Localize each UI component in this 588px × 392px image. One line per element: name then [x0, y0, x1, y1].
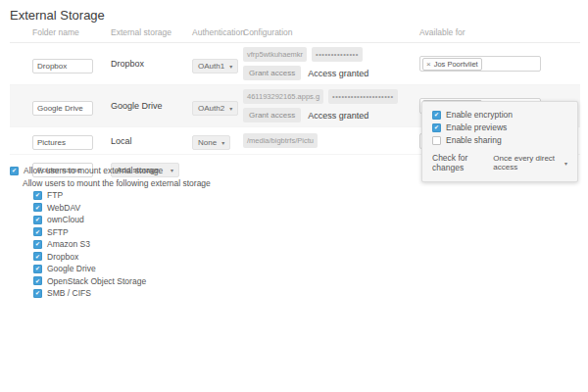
auth-cell: OAuth1: [192, 55, 243, 74]
status-cell: [10, 55, 32, 73]
backend-row-openstack: OpenStack Object Storage: [33, 276, 211, 286]
check-frequency-select[interactable]: Once every direct access: [493, 154, 567, 172]
check-for-changes-label: Check for changes: [432, 153, 486, 172]
status-cell: [10, 97, 32, 115]
header-authentication: Authentication: [192, 27, 243, 37]
backend-ftp-checkbox[interactable]: [33, 191, 42, 200]
allow-mount-label: Allow users to mount external storage: [24, 166, 163, 175]
chevron-down-icon: [221, 138, 224, 147]
enable-encryption-checkbox[interactable]: [432, 111, 441, 120]
enable-sharing-label: Enable sharing: [446, 135, 502, 145]
popover-option: Enable sharing: [432, 135, 567, 145]
external-storage-settings-page: External Storage Folder name External st…: [0, 0, 588, 392]
folder-cell: [32, 131, 111, 150]
backend-row-google-drive: Google Drive: [33, 264, 211, 273]
header-available-for: Available for: [419, 27, 545, 37]
backend-owncloud-checkbox[interactable]: [33, 216, 42, 224]
allow-mount-checkbox[interactable]: [10, 167, 19, 175]
storage-settings-popover: Enable encryption Enable previews Enable…: [421, 101, 578, 182]
client-secret-field[interactable]: ••••••••••••••••••••: [328, 89, 398, 104]
backend-sftp-checkbox[interactable]: [33, 227, 42, 236]
backend-dropbox-checkbox[interactable]: [33, 252, 42, 261]
backend-openstack-checkbox[interactable]: [33, 276, 42, 285]
enable-previews-label: Enable previews: [446, 122, 507, 132]
backend-label: SFTP: [47, 227, 69, 237]
chevron-down-icon: [564, 159, 567, 168]
available-for-cell: Jos Poortvliet: [419, 56, 545, 72]
client-id-field[interactable]: 461193292165.apps.g: [243, 89, 323, 104]
storage-row-dropbox: Dropbox OAuth1 vfrp5wtkuhaemkr •••••••••…: [10, 43, 580, 85]
chevron-down-icon: [229, 62, 232, 71]
auth-cell: None: [192, 131, 243, 150]
backend-google-drive-checkbox[interactable]: [33, 265, 42, 273]
backend-row-owncloud: ownCloud: [33, 215, 211, 224]
auth-cell: OAuth2: [192, 97, 243, 116]
authentication-select[interactable]: None: [192, 135, 230, 150]
allow-mount-sublabel: Allow users to mount the following exter…: [23, 178, 211, 188]
backend-row-webdav: WebDAV: [33, 203, 211, 213]
config-cell: 461193292165.apps.g ••••••••••••••••••••…: [243, 89, 419, 122]
backend-label: FTP: [47, 190, 63, 200]
table-header-row: Folder name External storage Authenticat…: [10, 27, 580, 43]
backend-row-sftp: SFTP: [33, 227, 211, 237]
check-for-changes-row: Check for changes Once every direct acce…: [432, 153, 567, 172]
grant-access-button[interactable]: Grant access: [243, 66, 301, 80]
backend-label: ownCloud: [47, 215, 84, 224]
folder-cell: [32, 55, 111, 74]
enable-previews-checkbox[interactable]: [432, 123, 441, 132]
folder-name-input[interactable]: [32, 135, 93, 150]
access-granted-status: Access granted: [308, 111, 368, 121]
header-actions: [545, 27, 580, 37]
chevron-down-icon: [229, 104, 232, 113]
external-storage-label: Google Drive: [111, 101, 192, 111]
location-path-field[interactable]: /media/bigbtrfs/Pictu: [243, 133, 318, 148]
backend-label: WebDAV: [47, 203, 80, 213]
user-chip: Jos Poortvliet: [422, 58, 482, 71]
page-title: External Storage: [10, 8, 105, 23]
external-storage-label: Local: [111, 136, 192, 146]
backend-amazon-s3-checkbox[interactable]: [33, 240, 42, 249]
header-configuration: Configuration: [243, 27, 419, 37]
available-for-input[interactable]: Jos Poortvliet: [419, 56, 541, 72]
config-cell: /media/bigbtrfs/Pictu: [243, 133, 419, 148]
backend-label: OpenStack Object Storage: [47, 276, 146, 286]
mount-permissions-section: Allow users to mount external storage Al…: [10, 166, 211, 301]
external-storage-label: Dropbox: [111, 59, 192, 69]
folder-cell: [32, 97, 111, 116]
popover-option: Enable previews: [432, 122, 567, 132]
app-secret-field[interactable]: ••••••••••••••: [312, 47, 363, 62]
header-folder-name: Folder name: [32, 27, 111, 37]
header-status: [10, 27, 32, 37]
folder-name-input[interactable]: [32, 101, 93, 116]
authentication-select[interactable]: OAuth1: [192, 59, 238, 74]
authentication-select[interactable]: OAuth2: [192, 101, 238, 116]
access-granted-status: Access granted: [308, 69, 368, 78]
config-cell: vfrp5wtkuhaemkr •••••••••••••• Grant acc…: [243, 47, 419, 80]
backend-label: Google Drive: [47, 264, 96, 273]
backend-webdav-checkbox[interactable]: [33, 203, 42, 212]
folder-name-input[interactable]: [32, 59, 93, 74]
allow-mount-row: Allow users to mount external storage: [10, 166, 211, 175]
app-key-field[interactable]: vfrp5wtkuhaemkr: [243, 47, 307, 62]
status-cell: [10, 132, 32, 150]
enable-sharing-checkbox[interactable]: [432, 136, 441, 145]
header-external-storage: External storage: [111, 27, 192, 37]
grant-access-button[interactable]: Grant access: [243, 108, 301, 122]
backend-smb-cifs-checkbox[interactable]: [33, 289, 42, 298]
backend-label: Amazon S3: [47, 239, 90, 249]
backend-row-dropbox: Dropbox: [33, 252, 211, 262]
backend-row-amazon-s3: Amazon S3: [33, 239, 211, 249]
backend-row-ftp: FTP: [33, 190, 211, 200]
backend-row-smb-cifs: SMB / CIFS: [33, 288, 211, 298]
enable-encryption-label: Enable encryption: [446, 110, 513, 120]
popover-option: Enable encryption: [432, 110, 567, 120]
remove-user-icon[interactable]: [426, 60, 431, 69]
backend-label: SMB / CIFS: [47, 288, 91, 298]
backend-label: Dropbox: [47, 252, 78, 262]
